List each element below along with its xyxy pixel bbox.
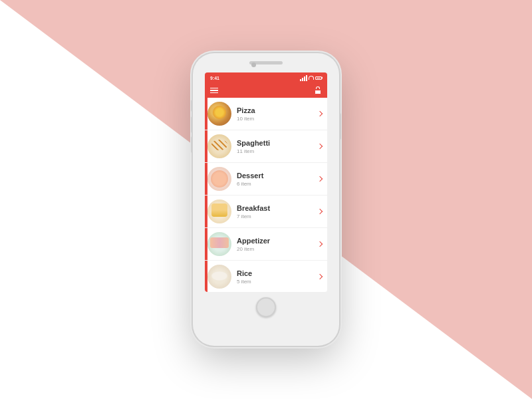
menu-item-name: Pizza: [237, 106, 315, 115]
menu-item-count: 7 item: [237, 213, 315, 219]
menu-item-count: 5 item: [237, 279, 315, 285]
signal-bar-4: [306, 75, 307, 81]
menu-item-image-dessert: [207, 167, 231, 191]
menu-item[interactable]: Dessert6 item: [205, 163, 327, 196]
menu-item-info: Rice5 item: [237, 269, 315, 284]
battery-tip: [322, 77, 323, 79]
menu-item-name: Dessert: [237, 171, 315, 180]
chevron-right-icon: [317, 144, 323, 149]
phone-button-vol-up: [191, 116, 193, 133]
status-bar: 9:41: [205, 72, 327, 83]
menu-item-image-rice: [207, 265, 231, 289]
menu-list: Pizza10 itemSpaghetti11 itemDessert6 ite…: [205, 98, 327, 292]
signal-bar-2: [302, 78, 303, 81]
phone-screen: 9:41: [205, 72, 327, 292]
signal-icon: [300, 75, 307, 81]
signal-bar-1: [300, 79, 301, 81]
phone-button-vol-down: [191, 136, 193, 153]
chevron-right-icon: [317, 274, 323, 279]
chevron-right-icon: [317, 111, 323, 116]
header-bar: [205, 83, 327, 98]
hamburger-line-1: [210, 88, 218, 89]
menu-item-count: 20 item: [237, 246, 315, 252]
signal-bar-3: [304, 76, 305, 81]
menu-item-image-spaghetti: [207, 134, 231, 158]
menu-item-image-pizza: [207, 102, 231, 126]
hamburger-menu-icon[interactable]: [210, 88, 218, 94]
chevron-right-icon: [317, 176, 323, 182]
home-button[interactable]: [256, 297, 276, 317]
menu-item-name: Rice: [237, 269, 315, 278]
hamburger-line-3: [210, 92, 218, 94]
menu-item[interactable]: Breakfast7 item: [205, 196, 327, 228]
cart-icon[interactable]: [314, 86, 322, 94]
menu-item[interactable]: Pizza10 item: [205, 98, 327, 130]
phone-shell: 9:41: [193, 53, 339, 346]
battery-fill: [317, 78, 321, 78]
menu-item-name: Appetizer: [237, 236, 315, 245]
wifi-icon: [309, 76, 314, 80]
menu-item-info: Breakfast7 item: [237, 203, 315, 219]
chevron-right-icon: [317, 241, 323, 247]
menu-item[interactable]: Rice5 item: [205, 261, 327, 292]
menu-item-name: Spaghetti: [237, 138, 315, 148]
status-icons: [300, 75, 322, 81]
menu-item-image-appetizer: [207, 232, 231, 256]
phone-camera: [251, 63, 256, 67]
battery-icon: [315, 76, 322, 80]
menu-item-count: 10 item: [237, 116, 315, 122]
menu-item-info: Pizza10 item: [237, 106, 315, 121]
menu-item-info: Spaghetti11 item: [237, 138, 315, 154]
menu-item-info: Dessert6 item: [237, 171, 315, 186]
menu-item-image-breakfast: [207, 200, 231, 223]
menu-item[interactable]: Appetizer20 item: [205, 228, 327, 261]
menu-item[interactable]: Spaghetti11 item: [205, 130, 327, 163]
cart-body: [315, 90, 321, 94]
hamburger-line-2: [210, 90, 218, 91]
status-time: 9:41: [210, 76, 219, 80]
menu-item-name: Breakfast: [237, 203, 315, 213]
phone-button-power: [339, 113, 341, 140]
menu-item-count: 11 item: [237, 148, 315, 154]
chevron-right-icon: [317, 209, 323, 214]
menu-item-count: 6 item: [237, 181, 315, 187]
cart-handle: [316, 86, 320, 89]
menu-item-info: Appetizer20 item: [237, 236, 315, 251]
phone-button-mute: [191, 100, 193, 112]
